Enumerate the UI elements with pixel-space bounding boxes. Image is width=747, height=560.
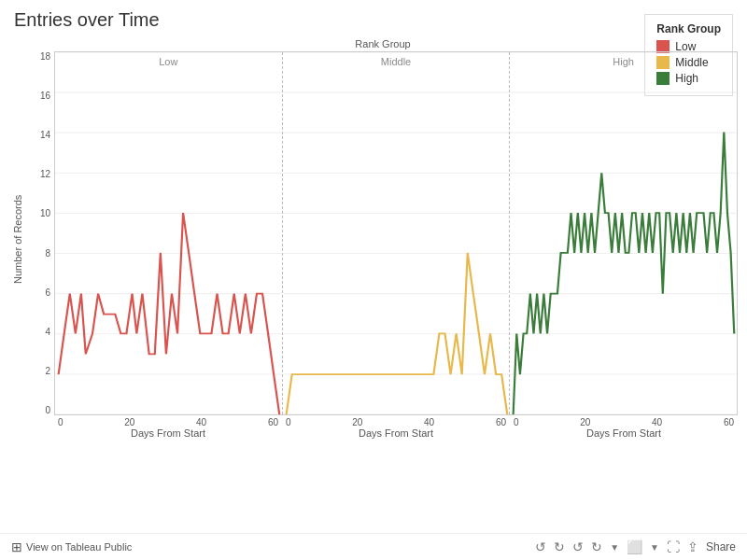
x-axis-high: 0 20 40 60 Days From Start xyxy=(510,415,738,441)
undo-icon[interactable]: ↺ xyxy=(535,539,546,554)
x-tick-high-0: 0 xyxy=(514,417,519,427)
y-tick-18: 18 xyxy=(40,51,50,62)
y-tick-container: 18 16 14 12 10 8 6 4 2 0 xyxy=(28,51,54,415)
x-axis-middle: 0 20 40 60 Days From Start xyxy=(282,415,510,441)
panel-low: Low xyxy=(55,52,283,414)
y-tick-6: 6 xyxy=(45,287,50,298)
y-tick-2: 2 xyxy=(45,366,50,376)
panel-middle-svg xyxy=(283,52,510,414)
x-tick-low-40: 40 xyxy=(196,417,206,427)
tableau-public-link[interactable]: View on Tableau Public xyxy=(26,541,132,553)
redo-icon[interactable]: ↻ xyxy=(554,539,565,554)
x-tick-high-20: 20 xyxy=(580,417,590,427)
panel-low-svg xyxy=(55,52,282,414)
x-ticks-high: 0 20 40 60 xyxy=(510,417,738,427)
panel-middle: Middle xyxy=(283,52,511,414)
x-ticks-low: 0 20 40 60 xyxy=(54,417,282,427)
y-tick-14: 14 xyxy=(40,130,50,140)
chart-container: Entries over Time Rank Group Low Middle … xyxy=(0,0,747,560)
x-axis-low: 0 20 40 60 Days From Start xyxy=(54,415,282,441)
rank-group-header-label: Rank Group xyxy=(28,38,738,49)
y-axis-label: Number of Records xyxy=(9,38,26,441)
x-ticks-middle: 0 20 40 60 xyxy=(282,417,510,427)
undo2-icon[interactable]: ↺ xyxy=(572,539,584,554)
tableau-grid-icon: ⊞ xyxy=(11,539,22,554)
y-tick-12: 12 xyxy=(40,169,50,179)
chart-title: Entries over Time xyxy=(14,9,738,31)
x-tick-high-60: 60 xyxy=(724,417,734,427)
x-tick-mid-20: 20 xyxy=(352,417,362,427)
footer-right: ↺ ↻ ↺ ↻ ▼ ⬜ ▼ ⛶ ⇪ Share xyxy=(535,539,736,554)
footer-left[interactable]: ⊞ View on Tableau Public xyxy=(11,539,132,554)
redo2-icon[interactable]: ↻ xyxy=(591,539,602,554)
x-label-middle: Days From Start xyxy=(282,427,510,439)
panel-high-svg xyxy=(510,52,737,414)
dropdown-arrow[interactable]: ▼ xyxy=(610,542,619,553)
panels-row: Low xyxy=(54,51,738,415)
y-tick-10: 10 xyxy=(40,208,50,218)
share-label[interactable]: Share xyxy=(706,540,736,553)
x-label-low: Days From Start xyxy=(54,427,282,439)
x-tick-high-40: 40 xyxy=(652,417,662,427)
expand-icon[interactable]: ⛶ xyxy=(667,539,680,554)
footer: ⊞ View on Tableau Public ↺ ↻ ↺ ↻ ▼ ⬜ ▼ ⛶… xyxy=(0,533,747,560)
x-tick-low-20: 20 xyxy=(124,417,134,427)
dropdown-arrow2[interactable]: ▼ xyxy=(650,542,659,553)
y-tick-8: 8 xyxy=(45,248,50,259)
legend-title: Rank Group xyxy=(656,22,721,35)
screen-icon[interactable]: ⬜ xyxy=(627,539,642,554)
x-tick-mid-0: 0 xyxy=(286,417,291,427)
x-tick-mid-60: 60 xyxy=(496,417,506,427)
x-tick-low-60: 60 xyxy=(268,417,278,427)
y-tick-16: 16 xyxy=(40,91,50,101)
share-icon[interactable]: ⇪ xyxy=(687,539,698,554)
x-tick-mid-40: 40 xyxy=(424,417,434,427)
y-tick-0: 0 xyxy=(45,405,50,415)
x-label-high: Days From Start xyxy=(510,427,738,439)
panel-high: High xyxy=(510,52,737,414)
y-tick-4: 4 xyxy=(45,327,50,337)
x-tick-low-0: 0 xyxy=(58,417,63,427)
x-axes-row: 0 20 40 60 Days From Start 0 20 40 60 Da… xyxy=(54,415,738,441)
chart-inner: Rank Group 18 16 14 12 10 8 6 4 2 0 xyxy=(28,38,738,441)
chart-area: Number of Records Rank Group 18 16 14 12… xyxy=(9,38,738,441)
